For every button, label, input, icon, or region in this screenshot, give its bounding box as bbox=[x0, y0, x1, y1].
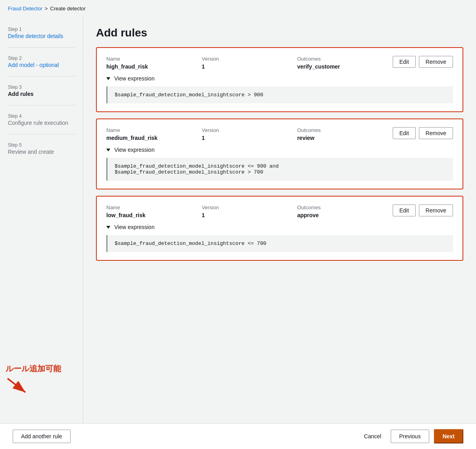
rule3-outcomes-label: Outcomes bbox=[297, 204, 393, 210]
rule1-name-value: high_fraud_risk bbox=[106, 63, 202, 70]
rule-fields-1: Name high_fraud_risk Version 1 Outcomes … bbox=[106, 56, 393, 70]
sidebar-step-4: Step 4 Configure rule execution bbox=[8, 113, 75, 134]
step2-title[interactable]: Add model - optional bbox=[8, 62, 75, 68]
rule3-name-value: low_fraud_risk bbox=[106, 212, 202, 218]
rule3-edit-button[interactable]: Edit bbox=[393, 204, 416, 216]
step1-title[interactable]: Define detector details bbox=[8, 33, 75, 39]
main-content: Add rules Name high_fraud_risk Version 1… bbox=[83, 17, 476, 449]
rule2-name-field: Name medium_fraud_risk bbox=[106, 127, 202, 141]
rule3-expression-toggle[interactable]: View expression bbox=[106, 224, 453, 230]
rule2-expression-box: $sample_fraud_detection_model_insightsco… bbox=[106, 158, 453, 181]
rule-card-1: Name high_fraud_risk Version 1 Outcomes … bbox=[96, 47, 463, 112]
rule3-expression-box: $sample_fraud_detection_model_insightsco… bbox=[106, 235, 453, 252]
rule2-edit-button[interactable]: Edit bbox=[393, 127, 416, 139]
footer: Add another rule Cancel Previous Next bbox=[0, 423, 476, 449]
rule-header-2: Name medium_fraud_risk Version 1 Outcome… bbox=[106, 127, 453, 141]
rule3-remove-button[interactable]: Remove bbox=[419, 204, 453, 216]
annotation-arrow-icon bbox=[6, 376, 61, 397]
rule3-outcomes-field: Outcomes approve bbox=[297, 204, 393, 218]
rule2-version-value: 1 bbox=[202, 135, 298, 141]
rule1-edit-button[interactable]: Edit bbox=[393, 56, 416, 68]
step3-title: Add rules bbox=[8, 91, 75, 97]
rule2-expression-toggle[interactable]: View expression bbox=[106, 147, 453, 153]
rule3-outcomes-value: approve bbox=[297, 212, 393, 218]
annotation: ルール追加可能 bbox=[6, 363, 61, 397]
breadcrumb-parent[interactable]: Fraud Detector bbox=[8, 6, 42, 11]
next-button[interactable]: Next bbox=[434, 429, 463, 443]
rule1-version-field: Version 1 bbox=[202, 56, 298, 70]
page-title: Add rules bbox=[96, 27, 463, 39]
step4-label: Step 4 bbox=[8, 113, 75, 119]
sidebar-step-1: Step 1 Define detector details bbox=[8, 27, 75, 48]
rule3-name-label: Name bbox=[106, 204, 202, 210]
rule2-triangle-icon bbox=[106, 149, 110, 151]
rule1-expression-toggle[interactable]: View expression bbox=[106, 75, 453, 82]
rule1-outcomes-field: Outcomes verify_customer bbox=[297, 56, 393, 70]
step3-label: Step 3 bbox=[8, 84, 75, 90]
rule2-name-value: medium_fraud_risk bbox=[106, 135, 202, 141]
rule1-actions: Edit Remove bbox=[393, 56, 453, 68]
rule1-version-value: 1 bbox=[202, 63, 298, 70]
rule3-view-expression: View expression $sample_fraud_detection_… bbox=[106, 224, 453, 252]
rule1-expression-code: $sample_fraud_detection_model_insightsco… bbox=[115, 92, 446, 98]
rule1-remove-button[interactable]: Remove bbox=[419, 56, 453, 68]
rule3-actions: Edit Remove bbox=[393, 204, 453, 216]
step2-label: Step 2 bbox=[8, 55, 75, 61]
rule-card-2: Name medium_fraud_risk Version 1 Outcome… bbox=[96, 118, 463, 189]
rule3-expression-toggle-label: View expression bbox=[114, 224, 155, 230]
rule2-version-field: Version 1 bbox=[202, 127, 298, 141]
breadcrumb-current: Create detector bbox=[50, 6, 86, 11]
sidebar-step-5: Step 5 Review and create bbox=[8, 142, 75, 163]
rule3-version-field: Version 1 bbox=[202, 204, 298, 218]
rule1-outcomes-value: verify_customer bbox=[297, 63, 393, 70]
rule3-triangle-icon bbox=[106, 226, 110, 229]
rule-fields-3: Name low_fraud_risk Version 1 Outcomes a… bbox=[106, 204, 393, 218]
rule1-name-label: Name bbox=[106, 56, 202, 62]
breadcrumb: Fraud Detector > Create detector bbox=[0, 0, 476, 17]
step5-title: Review and create bbox=[8, 149, 75, 155]
rule2-expression-code: $sample_fraud_detection_model_insightsco… bbox=[115, 163, 446, 175]
sidebar-step-2: Step 2 Add model - optional bbox=[8, 55, 75, 76]
step5-label: Step 5 bbox=[8, 142, 75, 148]
previous-button[interactable]: Previous bbox=[391, 430, 429, 443]
rule-card-3: Name low_fraud_risk Version 1 Outcomes a… bbox=[96, 196, 463, 261]
step4-title: Configure rule execution bbox=[8, 120, 75, 126]
rule3-name-field: Name low_fraud_risk bbox=[106, 204, 202, 218]
annotation-text: ルール追加可能 bbox=[6, 363, 61, 374]
cancel-button[interactable]: Cancel bbox=[359, 430, 386, 443]
rule3-version-label: Version bbox=[202, 204, 298, 210]
rule1-expression-toggle-label: View expression bbox=[114, 75, 155, 82]
rule1-name-field: Name high_fraud_risk bbox=[106, 56, 202, 70]
rule-fields-2: Name medium_fraud_risk Version 1 Outcome… bbox=[106, 127, 393, 141]
rule-header-3: Name low_fraud_risk Version 1 Outcomes a… bbox=[106, 204, 453, 218]
rule2-outcomes-field: Outcomes review bbox=[297, 127, 393, 141]
rule3-expression-code: $sample_fraud_detection_model_insightsco… bbox=[115, 241, 446, 246]
rule1-version-label: Version bbox=[202, 56, 298, 62]
rule1-view-expression: View expression $sample_fraud_detection_… bbox=[106, 75, 453, 103]
rule2-outcomes-label: Outcomes bbox=[297, 127, 393, 133]
breadcrumb-separator: > bbox=[45, 6, 48, 11]
rule2-version-label: Version bbox=[202, 127, 298, 133]
rule2-expression-toggle-label: View expression bbox=[114, 147, 155, 153]
add-another-rule-button[interactable]: Add another rule bbox=[13, 430, 71, 443]
rule2-remove-button[interactable]: Remove bbox=[419, 127, 453, 139]
rule2-actions: Edit Remove bbox=[393, 127, 453, 139]
svg-line-1 bbox=[8, 378, 25, 392]
rule2-outcomes-value: review bbox=[297, 135, 393, 141]
rule1-triangle-icon bbox=[106, 77, 110, 80]
rule2-view-expression: View expression $sample_fraud_detection_… bbox=[106, 147, 453, 181]
step1-label: Step 1 bbox=[8, 27, 75, 32]
rule2-name-label: Name bbox=[106, 127, 202, 133]
rule-header-1: Name high_fraud_risk Version 1 Outcomes … bbox=[106, 56, 453, 70]
rule1-expression-box: $sample_fraud_detection_model_insightsco… bbox=[106, 86, 453, 103]
sidebar-step-3: Step 3 Add rules bbox=[8, 84, 75, 105]
rule3-version-value: 1 bbox=[202, 212, 298, 218]
rule1-outcomes-label: Outcomes bbox=[297, 56, 393, 62]
